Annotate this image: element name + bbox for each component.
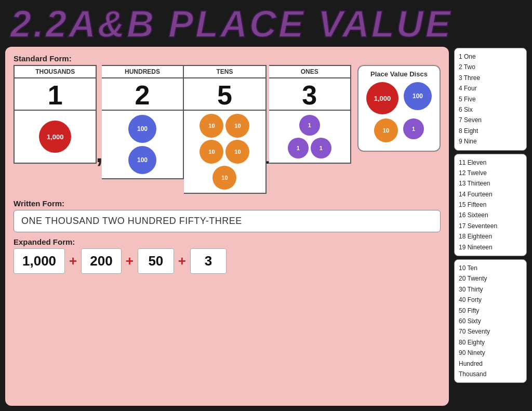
exp-box-thousands: 1,000 xyxy=(14,248,65,274)
ref-box-11-19: 11 Eleven 12 Twelve 13 Thirteen 14 Fourt… xyxy=(454,154,527,257)
pvd-row-1: 1,000 100 xyxy=(366,82,432,114)
ref-item: 60 Sixty xyxy=(459,316,522,326)
pvd-disc-10: 10 xyxy=(374,118,398,142)
ref-item: 70 Seventy xyxy=(459,326,522,337)
exp-plus-2: + xyxy=(126,253,134,269)
thousands-discs: 1,000 xyxy=(37,111,73,163)
ref-item: 4 Four xyxy=(459,83,522,94)
ref-item: 1 One xyxy=(459,51,522,62)
ref-item: 15 Fifteen xyxy=(459,200,522,210)
pvd-title: Place Value Discs xyxy=(370,70,428,78)
page-title: 2.2A&B PLACE VALUE xyxy=(10,5,522,43)
ref-item: 40 Forty xyxy=(459,295,522,305)
disc-10-4: 10 xyxy=(225,140,249,164)
ref-item: 80 Eighty xyxy=(459,337,522,348)
ref-item: 17 Seventeen xyxy=(459,221,522,231)
ref-item: 7 Seven xyxy=(459,115,522,125)
content-area: Standard Form: THOUSANDS 1 1,000 , HUNDR… xyxy=(0,47,532,411)
tens-digit: 5 xyxy=(184,78,265,111)
disc-1-1: 1 xyxy=(299,115,320,136)
ones-discs: 1 1 1 xyxy=(284,111,336,163)
written-form-label: Written Form: xyxy=(14,199,441,208)
tens-discs: 10 10 10 10 10 xyxy=(196,111,252,193)
standard-form-section: Standard Form: THOUSANDS 1 1,000 , HUNDR… xyxy=(14,54,441,194)
ref-box-1-9: 1 One 2 Two 3 Three 4 Four 5 Five 6 Six … xyxy=(454,48,527,151)
ref-item: 30 Thirty xyxy=(459,284,522,295)
ref-item: 2 Two xyxy=(459,62,522,72)
ref-item: 10 Ten xyxy=(459,263,522,273)
disc-1-2: 1 xyxy=(288,138,309,158)
comma-separator: , xyxy=(96,139,102,194)
right-panel: 1 One 2 Two 3 Three 4 Four 5 Five 6 Six … xyxy=(454,47,527,406)
ref-item: 6 Six xyxy=(459,104,522,115)
disc-1-3: 1 xyxy=(311,138,331,158)
standard-form-label: Standard Form: xyxy=(14,54,441,63)
hundreds-digit: 2 xyxy=(102,78,183,111)
written-form-section: Written Form: ONE THOUSAND TWO HUNDRED F… xyxy=(14,199,441,232)
ref-item: 16 Sixteen xyxy=(459,210,522,220)
thousands-header: THOUSANDS xyxy=(15,66,96,78)
ref-item: 14 Fourteen xyxy=(459,189,522,200)
ref-item: Hundred xyxy=(459,359,522,369)
title-bar: 2.2A&B PLACE VALUE xyxy=(0,0,532,47)
disc-1000: 1,000 xyxy=(39,121,71,153)
exp-plus-3: + xyxy=(178,253,186,269)
ones-column: ONES 3 1 1 1 xyxy=(269,65,351,164)
pvd-row-2: 10 1 xyxy=(374,118,424,142)
exp-box-tens: 50 xyxy=(138,248,174,274)
pvd-disc-1: 1 xyxy=(403,118,424,139)
expanded-form-label: Expanded Form: xyxy=(14,237,441,246)
hundreds-column: HUNDREDS 2 100 100 xyxy=(102,65,184,179)
left-panel: Standard Form: THOUSANDS 1 1,000 , HUNDR… xyxy=(5,47,449,406)
exp-box-ones: 3 xyxy=(190,248,227,274)
thousands-digit: 1 xyxy=(15,78,96,111)
ref-item: Thousand xyxy=(459,369,522,379)
ref-item: 5 Five xyxy=(459,94,522,104)
ref-item: 3 Three xyxy=(459,73,522,83)
standard-form-container: THOUSANDS 1 1,000 , HUNDREDS 2 100 100 xyxy=(14,65,441,194)
expanded-form-section: Expanded Form: 1,000 + 200 + 50 + 3 xyxy=(14,237,441,274)
ref-item: 50 Fifty xyxy=(459,306,522,316)
written-form-value: ONE THOUSAND TWO HUNDRED FIFTY-THREE xyxy=(14,210,441,232)
ref-item: 90 Ninety xyxy=(459,348,522,358)
pvd-disc-100: 100 xyxy=(404,82,432,110)
ref-item: 11 Eleven xyxy=(459,157,522,168)
disc-10-2: 10 xyxy=(225,114,249,138)
hundreds-header: HUNDREDS xyxy=(102,66,183,78)
disc-10-5: 10 xyxy=(212,166,236,190)
thousands-column: THOUSANDS 1 1,000 xyxy=(14,65,97,164)
period-separator: . xyxy=(265,149,270,194)
exp-box-hundreds: 200 xyxy=(81,248,121,274)
ones-header: ONES xyxy=(269,66,350,78)
expanded-form-row: 1,000 + 200 + 50 + 3 xyxy=(14,248,441,274)
ref-item: 18 Eighteen xyxy=(459,231,522,242)
hundreds-discs: 100 100 xyxy=(126,111,158,178)
place-value-discs-panel: Place Value Discs 1,000 100 10 1 xyxy=(357,65,441,152)
tens-header: TENS xyxy=(184,66,265,78)
exp-plus-1: + xyxy=(69,253,77,269)
ref-item: 8 Eight xyxy=(459,126,522,136)
ref-item: 9 Nine xyxy=(459,136,522,147)
ref-box-tens: 10 Ten 20 Twenty 30 Thirty 40 Forty 50 F… xyxy=(454,259,527,383)
disc-10-3: 10 xyxy=(200,140,223,164)
disc-100-1: 100 xyxy=(128,115,156,143)
ref-item: 13 Thirteen xyxy=(459,178,522,189)
ref-item: 19 Nineteen xyxy=(459,242,522,253)
disc-100-2: 100 xyxy=(128,146,156,174)
disc-10-1: 10 xyxy=(200,114,223,138)
ref-item: 12 Twelve xyxy=(459,168,522,178)
tens-column: TENS 5 10 10 10 10 10 xyxy=(184,65,266,194)
pvd-disc-1000: 1,000 xyxy=(366,82,398,114)
ones-digit: 3 xyxy=(269,78,350,111)
ref-item: 20 Twenty xyxy=(459,273,522,284)
